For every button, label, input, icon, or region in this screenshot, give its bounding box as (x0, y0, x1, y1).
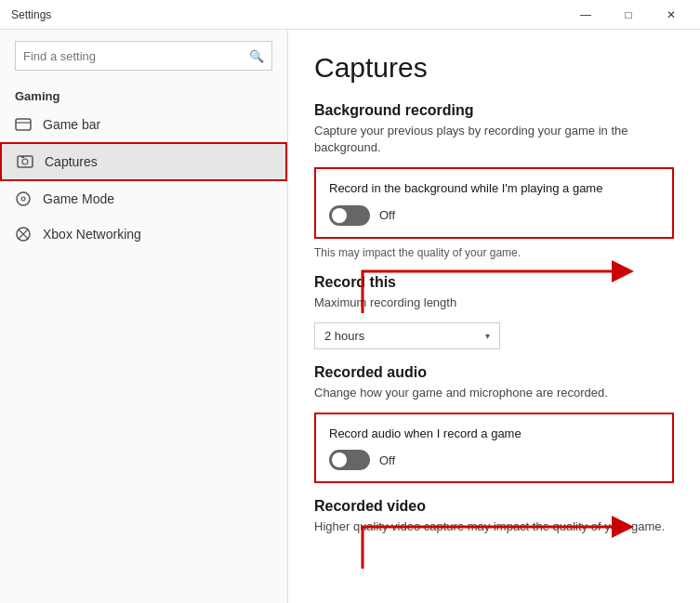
bg-recording-toggle[interactable] (329, 205, 370, 226)
sidebar-item-xbox-networking[interactable]: Xbox Networking (0, 216, 287, 252)
svg-rect-0 (16, 119, 31, 130)
search-icon: 🔍 (249, 49, 264, 63)
game-bar-icon (15, 116, 32, 133)
bg-recording-toggle-row: Off (329, 205, 659, 226)
dropdown-row: 2 hours ▾ (314, 322, 674, 349)
audio-recording-label: Record audio when I record a game (329, 426, 659, 442)
bg-recording-box: Record in the background while I'm playi… (314, 167, 674, 238)
sidebar-section-gaming: Gaming (0, 82, 287, 107)
window-title: Settings (11, 8, 51, 21)
sidebar: 🔍 Gaming Game bar (0, 30, 288, 603)
bg-recording-desc: Capture your previous plays by recording… (314, 123, 674, 156)
bg-recording-box-label: Record in the background while I'm playi… (329, 180, 659, 197)
title-bar: Settings — □ ✕ (0, 0, 700, 30)
sidebar-item-game-mode[interactable]: Game Mode (0, 181, 287, 216)
bg-recording-title: Background recording (314, 102, 674, 119)
page-title: Captures (314, 52, 674, 84)
recorded-audio-section: Recorded audio Change how your game and … (314, 364, 674, 483)
svg-rect-4 (21, 156, 24, 158)
search-area: 🔍 (0, 30, 287, 82)
minimize-button[interactable]: — (564, 0, 607, 30)
record-this-section: Record this Maximum recording length 2 h… (314, 274, 674, 349)
max-recording-label: Maximum recording length (314, 295, 674, 311)
svg-point-3 (22, 159, 28, 164)
window-body: 🔍 Gaming Game bar (0, 30, 700, 603)
audio-recording-toggle[interactable] (329, 450, 370, 470)
audio-toggle-row: Off (329, 450, 659, 470)
xbox-networking-label: Xbox Networking (43, 227, 141, 242)
captures-label: Captures (45, 154, 98, 169)
dropdown-value: 2 hours (324, 329, 364, 343)
record-this-title: Record this (314, 274, 674, 291)
maximize-button[interactable]: □ (607, 0, 650, 30)
game-bar-label: Game bar (43, 117, 100, 132)
search-box[interactable]: 🔍 (15, 41, 272, 71)
background-recording-section: Background recording Capture your previo… (314, 102, 674, 259)
sidebar-item-captures[interactable]: Captures (0, 142, 287, 181)
xbox-icon (15, 226, 32, 243)
recorded-audio-title: Recorded audio (314, 364, 674, 381)
main-content: Captures Background recording Capture yo… (288, 30, 700, 603)
recorded-video-section: Recorded video Higher quality video capt… (314, 498, 674, 535)
recording-length-dropdown[interactable]: 2 hours ▾ (314, 322, 500, 349)
search-input[interactable] (23, 49, 249, 63)
close-button[interactable]: ✕ (650, 0, 693, 30)
svg-point-5 (17, 192, 30, 205)
game-mode-label: Game Mode (43, 191, 114, 206)
svg-point-6 (21, 197, 25, 201)
recorded-video-title: Recorded video (314, 498, 674, 515)
chevron-down-icon: ▾ (485, 331, 490, 341)
audio-toggle-label: Off (379, 453, 395, 467)
svg-rect-2 (18, 156, 33, 167)
sidebar-item-game-bar[interactable]: Game bar (0, 107, 287, 142)
recorded-audio-desc: Change how your game and microphone are … (314, 385, 674, 401)
captures-icon (17, 153, 33, 170)
audio-recording-box: Record audio when I record a game Off (314, 413, 674, 483)
game-mode-icon (15, 190, 32, 207)
impact-text: This may impact the quality of your game… (314, 246, 674, 259)
bg-recording-toggle-label: Off (379, 208, 395, 222)
recorded-video-desc: Higher quality video capture may impact … (314, 518, 674, 535)
window-controls: — □ ✕ (564, 0, 693, 30)
settings-window: Settings — □ ✕ 🔍 Gaming (0, 0, 700, 603)
